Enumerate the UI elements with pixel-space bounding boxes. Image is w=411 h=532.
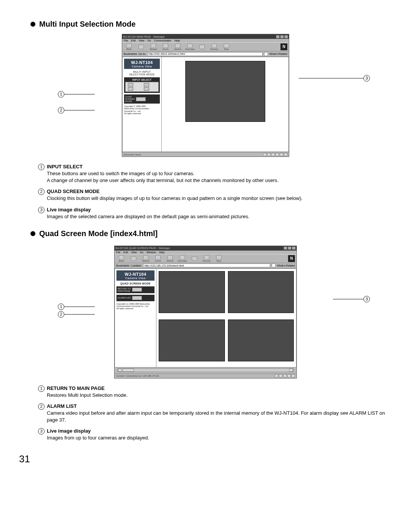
desc-item: 1 RETURN TO MAIN PAGE Restores Multi Inp… (38, 385, 392, 399)
scroll-thumb[interactable] (123, 369, 134, 372)
menubar[interactable]: File Edit View Go Window Help (115, 251, 296, 254)
scroll-left-icon[interactable] (118, 369, 122, 372)
titlebar: WJ-NT104 MAIN PAGE - Netscape (122, 34, 289, 39)
return-main-button[interactable] (132, 288, 142, 292)
window-title: WJ-NT104 MAIN PAGE - Netscape (123, 35, 165, 38)
page-number: 31 (19, 453, 392, 465)
mode-label: QUAD SCREEN MODE (116, 282, 155, 285)
menu-file[interactable]: File (116, 251, 120, 254)
toolbar-forward[interactable] (128, 256, 139, 261)
brand-logo: WJ-NT104 Camera View (116, 270, 155, 281)
toolbar-netscape[interactable]: Netscape (177, 255, 188, 262)
toolbar-netscape[interactable]: Netscape (185, 43, 195, 50)
figure-multi-input: 1 2 3 WJ-NT104 MAIN PAGE - Netscape File… (19, 34, 392, 157)
sidebar: WJ-NT104 Camera View MULTI INPUT SELECTI… (122, 57, 162, 152)
toolbar-back[interactable]: Back (124, 43, 134, 50)
statusbar: Document: Done (122, 152, 289, 157)
toolbar-stop[interactable]: Stop (221, 43, 232, 50)
desc-title: RETURN TO MAIN PAGE (47, 385, 105, 391)
desc-text: Images from up to four cameras are displ… (47, 435, 392, 441)
callout-number: 1 (38, 164, 45, 170)
toolbar: Back Reload Home Search Netscape Securit… (115, 254, 296, 263)
menu-edit[interactable]: Edit (123, 251, 128, 254)
callout-number: 2 (58, 311, 64, 318)
menu-help[interactable]: Help (174, 39, 180, 42)
address-input[interactable] (147, 52, 263, 56)
toolbar-home[interactable]: Home (160, 43, 171, 50)
quad-grid (159, 271, 294, 365)
address-input[interactable] (143, 264, 270, 267)
main-area (162, 57, 289, 152)
bookmarks-label[interactable]: Bookmarks (116, 264, 129, 267)
quad-label: QUAD SCREEN MODE (125, 96, 135, 102)
menu-view[interactable]: View (139, 39, 144, 42)
whats-related[interactable]: What's Related (277, 264, 295, 267)
whats-related[interactable]: What's Related (269, 53, 287, 55)
brand-logo: WJ-NT104 Camera View (124, 59, 160, 69)
desc-text: Camera video input before and after alar… (47, 410, 392, 423)
input-select-grid: 1 2 3 4 (125, 82, 159, 92)
live-image-2 (228, 271, 294, 313)
callout-number: 1 (38, 385, 45, 392)
callout-number: 2 (58, 107, 64, 113)
desc-block-1: 1 INPUT SELECT These buttons are used to… (38, 164, 392, 220)
callout-number: 1 (58, 304, 64, 310)
input-select-title: INPUT SELECT (125, 78, 159, 81)
toolbar-home[interactable]: Home (153, 255, 163, 262)
copyright: Copyright © 1998,1999 Matsushita Communi… (124, 105, 160, 115)
toolbar-print[interactable] (189, 256, 200, 261)
statusbar: Connect: Contacting host: 133.185.176.32… (115, 374, 296, 378)
main-area (156, 268, 296, 367)
scroll-right-icon[interactable] (289, 369, 293, 372)
menu-window[interactable]: Window (147, 251, 156, 254)
alarm-row: ALARM LIST (116, 295, 155, 301)
toolbar-print[interactable] (197, 45, 207, 49)
callout-number: 3 (363, 296, 370, 302)
live-image-4 (228, 320, 294, 361)
input-3-button[interactable] (128, 87, 133, 91)
callout-2: 2 (58, 107, 95, 113)
horizontal-scrollbar[interactable] (118, 368, 293, 372)
bookmarks-label[interactable]: Bookmarks (124, 53, 137, 55)
menu-communicator[interactable]: Communicator (154, 39, 172, 42)
menubar[interactable]: File Edit View Go Communicator Help (122, 39, 289, 42)
menu-view[interactable]: View (131, 251, 137, 254)
alarm-list-button[interactable] (132, 296, 142, 300)
toolbar-security[interactable]: Security (201, 255, 212, 262)
callout-1: 1 (58, 304, 95, 310)
toolbar-reload[interactable]: Reload (140, 255, 151, 262)
quad-mode-button[interactable] (136, 97, 146, 101)
input-2-button[interactable] (144, 83, 149, 86)
page-content: WJ-NT104 Camera View MULTI INPUT SELECTI… (122, 57, 289, 152)
toolbar-stop[interactable]: Stop (213, 255, 224, 262)
callout-line (64, 307, 95, 307)
desc-item: 2 ALARM LIST Camera video input before a… (38, 403, 392, 423)
status-icons (263, 153, 287, 156)
desc-item: 3 Live image display Images from up to f… (38, 428, 392, 441)
toolbar-security[interactable]: Security (209, 43, 220, 50)
menu-go[interactable]: Go (140, 251, 143, 254)
menu-file[interactable]: File (124, 39, 128, 42)
dropdown-icon[interactable] (264, 52, 268, 56)
bullet-icon (30, 231, 35, 236)
toolbar-reload[interactable]: Reload (148, 43, 159, 50)
dropdown-icon[interactable] (272, 264, 276, 267)
toolbar-search[interactable]: Search (172, 43, 183, 50)
desc-title: ALARM LIST (47, 403, 77, 409)
desc-title: Live image display (47, 428, 91, 434)
menu-go[interactable]: Go (147, 39, 151, 42)
menu-help[interactable]: Help (159, 251, 164, 254)
input-4-button[interactable] (144, 87, 149, 91)
input-1-button[interactable] (128, 83, 133, 86)
toolbar-back[interactable]: Back (116, 255, 127, 262)
window-buttons[interactable] (284, 246, 296, 250)
heading-text: Quad Screen Mode [index4.html] (39, 229, 158, 238)
toolbar-forward[interactable] (136, 45, 147, 49)
toolbar-search[interactable]: Search (165, 255, 175, 262)
copyright: Copyright (c) 1998-1999 Matsushita Commu… (116, 303, 155, 310)
window-buttons[interactable] (276, 35, 288, 38)
mode-label: MULTI INPUT SELECTION MODE (124, 70, 160, 76)
callout-2: 2 (58, 311, 95, 318)
heading-text: Multi Input Selection Mode (39, 20, 135, 29)
menu-edit[interactable]: Edit (131, 39, 135, 42)
